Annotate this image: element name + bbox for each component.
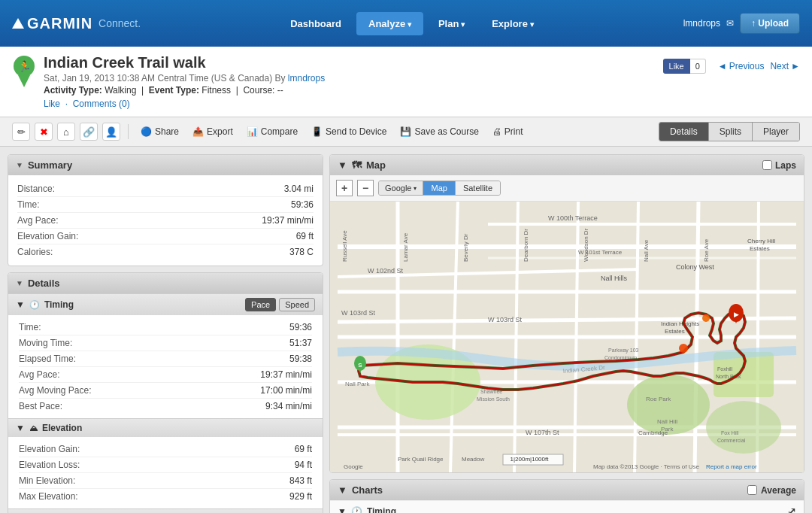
heart-rate-subheader[interactable]: ▼ ❤ Heart Rate bpm % of Max Zones	[8, 508, 323, 513]
elevation-min: Min Elevation: 843 ft	[19, 473, 312, 489]
svg-point-23	[706, 401, 781, 454]
connect-wordmark: Connect.	[98, 17, 141, 29]
zoom-in-button[interactable]: +	[336, 180, 353, 196]
speed-button[interactable]: Speed	[279, 298, 315, 311]
svg-text:Meadow: Meadow	[462, 456, 484, 463]
map-type-dropdown[interactable]: Google ▾	[379, 181, 423, 195]
activity-pin-icon: 🏃	[12, 54, 36, 87]
svg-text:Park: Park	[661, 426, 674, 433]
zoom-out-button[interactable]: −	[357, 180, 374, 196]
svg-text:Lamar Ave: Lamar Ave	[402, 232, 409, 262]
svg-text:Dearborn Dr: Dearborn Dr	[523, 229, 529, 262]
svg-text:Roe Park: Roe Park	[646, 396, 671, 402]
svg-text:Roe Ave: Roe Ave	[703, 238, 710, 262]
charts-header[interactable]: ▼ Charts Average	[330, 480, 804, 500]
svg-text:W 103rd St: W 103rd St	[341, 309, 376, 317]
timing-avg-moving-pace: Avg Moving Pace: 17:00 min/mi	[19, 383, 312, 399]
right-panel: ▼ 🗺 Map Laps + − Google ▾ Map Satellite	[329, 154, 804, 513]
map-icon: 🗺	[352, 159, 362, 171]
main-nav: Dashboard Analyze Plan Explore	[278, 12, 546, 35]
pace-button[interactable]: Pace	[245, 298, 276, 311]
timing-best-pace: Best Pace: 9:34 min/mi	[19, 399, 312, 414]
title-bar: 🏃 Indian Creek Trail walk Sat, Jan 19, 2…	[0, 47, 812, 117]
export-action[interactable]: 📤 Export	[188, 125, 238, 138]
next-button[interactable]: Next ►	[770, 61, 800, 71]
map-title: Map	[366, 159, 386, 171]
print-action[interactable]: 🖨 Print	[488, 125, 528, 138]
timing-subheader[interactable]: ▼ 🕐 Timing Pace Speed	[8, 293, 323, 315]
satellite-view-button[interactable]: Satellite	[455, 181, 500, 195]
svg-text:Nall Ave: Nall Ave	[643, 239, 650, 262]
elevation-max: Max Elevation: 929 ft	[19, 489, 312, 504]
share-action[interactable]: 🔵 Share	[136, 125, 183, 138]
garmin-triangle-icon	[12, 18, 24, 29]
svg-point-67	[702, 314, 710, 322]
svg-text:Beverly Dr: Beverly Dr	[462, 233, 469, 262]
nav-explore[interactable]: Explore	[480, 12, 545, 35]
link-icon-button[interactable]: 🔗	[80, 123, 98, 141]
nav-plan[interactable]: Plan	[426, 12, 477, 35]
average-label: Average	[761, 485, 796, 496]
header: GARMIN Connect. Dashboard Analyze Plan E…	[0, 0, 812, 47]
details-collapse-icon: ▼	[16, 279, 23, 287]
map-header[interactable]: ▼ 🗺 Map Laps	[330, 155, 804, 175]
send-device-action[interactable]: 📱 Send to Device	[307, 125, 391, 138]
nav-analyze[interactable]: Analyze	[356, 12, 423, 35]
stat-time: Time: 59:36	[17, 197, 314, 213]
expand-chart-icon[interactable]: ⤢	[787, 505, 796, 513]
map-svg: W 100th Terrace W 101st Terrace W 102nd …	[330, 202, 804, 472]
map-controls: + − Google ▾ Map Satellite	[330, 175, 804, 202]
username[interactable]: lmndrops	[683, 18, 720, 29]
tab-splits[interactable]: Splits	[709, 123, 753, 141]
svg-text:Fox Hill: Fox Hill	[721, 430, 739, 436]
previous-button[interactable]: ◄ Previous	[718, 61, 765, 71]
svg-point-66	[679, 344, 688, 353]
tab-player[interactable]: Player	[753, 123, 799, 141]
timing-body: Time: 59:36 Moving Time: 51:37 Elapsed T…	[8, 315, 323, 418]
chevron-left-icon: ◄	[718, 61, 727, 71]
svg-text:Nall Hills: Nall Hills	[601, 275, 628, 282]
average-checkbox[interactable]	[747, 485, 757, 495]
laps-label: Laps	[775, 160, 796, 171]
facebook-like-button[interactable]: Like	[663, 59, 690, 74]
details-title: Details	[28, 278, 60, 289]
timing-chart-row[interactable]: ▼ 🕐 Timing ⤢	[330, 500, 804, 513]
elevation-subheader[interactable]: ▼ ⛰ Elevation	[8, 418, 323, 437]
activity-title: Indian Creek Trail walk	[44, 54, 325, 71]
elevation-gain: Elevation Gain: 69 ft	[19, 442, 312, 457]
svg-text:Report a map error: Report a map error	[706, 463, 757, 470]
svg-text:W 100th Terrace: W 100th Terrace	[548, 214, 598, 222]
edit-icon-button[interactable]: ✏	[12, 123, 30, 141]
compare-action[interactable]: 📊 Compare	[242, 125, 302, 138]
map-view-button[interactable]: Map	[423, 181, 454, 195]
svg-text:W 103rd St: W 103rd St	[488, 316, 523, 323]
mail-icon[interactable]: ✉	[726, 18, 734, 29]
clock-icon: 🕐	[29, 300, 40, 310]
timing-chart-label: Timing	[367, 506, 396, 513]
share-icon: 🔵	[141, 126, 152, 137]
upload-button[interactable]: ↑ Upload	[740, 13, 800, 34]
print-icon: 🖨	[492, 126, 501, 137]
svg-text:Estates: Estates	[665, 328, 685, 335]
timing-title: Timing	[44, 299, 74, 310]
tab-details[interactable]: Details	[659, 123, 709, 141]
details-header[interactable]: ▼ Details	[8, 273, 323, 293]
delete-icon-button[interactable]: ✖	[35, 123, 53, 141]
author-link[interactable]: lmndrops	[288, 73, 325, 83]
summary-header[interactable]: ▼ Summary	[8, 155, 323, 175]
save-course-action[interactable]: 💾 Save as Course	[395, 125, 483, 138]
svg-text:Nall Hill: Nall Hill	[657, 418, 677, 425]
home-icon-button[interactable]: ⌂	[57, 123, 75, 141]
timing-chart-clock-icon: 🕐	[351, 506, 362, 513]
laps-checkbox[interactable]	[762, 160, 772, 170]
nav-dashboard[interactable]: Dashboard	[278, 12, 353, 35]
svg-text:Google: Google	[344, 463, 363, 470]
like-link[interactable]: Like	[44, 99, 60, 109]
export-icon: 📤	[192, 126, 204, 137]
comments-link[interactable]: Comments (0)	[73, 99, 130, 109]
timing-chart-collapse-icon: ▼	[338, 506, 347, 513]
view-tabs: Details Splits Player	[659, 122, 800, 141]
save-course-icon: 💾	[400, 126, 411, 137]
map-type-selector: Google ▾ Map Satellite	[378, 181, 501, 196]
user-icon-button[interactable]: 👤	[102, 123, 120, 141]
